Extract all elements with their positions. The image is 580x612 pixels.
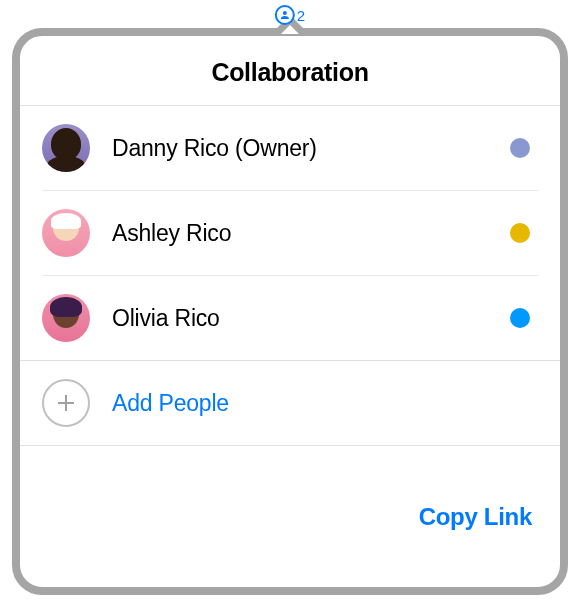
participant-row[interactable]: Danny Rico (Owner) [42,106,538,191]
add-people-button[interactable]: Add People [42,361,538,445]
participants-list: Danny Rico (Owner) Ashley Rico Olivia Ri… [20,106,560,360]
status-dot [510,308,530,328]
collaboration-badge[interactable]: 2 [275,5,305,25]
status-dot [510,138,530,158]
participant-name: Danny Rico (Owner) [112,135,510,162]
add-people-section: Add People [20,360,560,446]
add-people-label: Add People [112,390,229,417]
page-title: Collaboration [20,58,560,87]
avatar [42,209,90,257]
plus-icon [42,379,90,427]
participant-row[interactable]: Ashley Rico [42,191,538,276]
avatar [42,124,90,172]
participant-row[interactable]: Olivia Rico [42,276,538,360]
participant-name: Ashley Rico [112,220,510,247]
badge-count: 2 [297,7,305,24]
avatar [42,294,90,342]
popover-footer: Copy Link [20,446,560,587]
participant-name: Olivia Rico [112,305,510,332]
svg-point-0 [283,11,287,15]
popover-header: Collaboration [20,36,560,106]
person-icon [275,5,295,25]
copy-link-button[interactable]: Copy Link [419,503,532,531]
collaboration-popover: Collaboration Danny Rico (Owner) Ashley … [12,28,568,595]
status-dot [510,223,530,243]
